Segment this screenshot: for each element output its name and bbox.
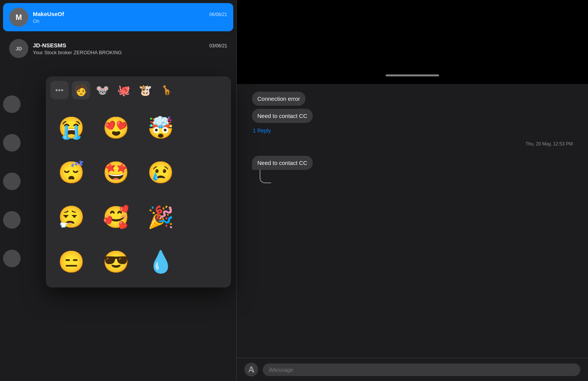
sticker-party[interactable]: 🎉	[140, 197, 182, 238]
chat-area: Connection error Need to contact CC 1 Re…	[237, 0, 588, 381]
sticker-tab-mouse[interactable]: 🐭	[93, 81, 111, 99]
sticker-tab-more[interactable]: •••	[50, 81, 69, 99]
sticker-tab-octopus[interactable]: 🐙	[115, 81, 133, 99]
side-avatar-3[interactable]	[3, 173, 21, 190]
sticker-sad-tear[interactable]: 😢	[140, 152, 182, 193]
app-store-icon: 𝔸	[249, 365, 254, 374]
side-avatar-1[interactable]	[3, 95, 21, 113]
conversation-item-makeuseof[interactable]: M MakeUseOf 06/06/21 Oh	[3, 3, 233, 31]
sticker-heart-eyes[interactable]: 😍	[95, 107, 137, 149]
conversation-content-jd: JD-NSESMS 03/06/21 Your Stock broker ZER…	[33, 42, 227, 55]
bubble-need-contact-cc: Need to contact CC	[252, 109, 313, 123]
conversation-name-makeuseof: MakeUseOf	[33, 11, 64, 17]
conversation-header-jd: JD-NSESMS 03/06/21	[33, 42, 227, 48]
sticker-picker: ••• 🧑 🐭 🐙 🐮 🦒 😭 😍 🤯 😴 🤩 😢	[46, 76, 231, 287]
sticker-grid: 😭 😍 🤯 😴 🤩 😢 😮‍💨 🥰 🎉 😑 😎 💧	[50, 107, 226, 283]
bubble-connection-error: Connection error	[252, 92, 305, 106]
conversation-date-makeuseof: 06/06/21	[209, 12, 227, 17]
sticker-droplet[interactable]: 💧	[140, 241, 182, 283]
conversation-item-jd[interactable]: JD JD-NSESMS 03/06/21 Your Stock broker …	[3, 34, 233, 63]
side-conversations	[3, 95, 21, 267]
thread-container: Need to contact CC	[252, 156, 573, 183]
top-bar-line	[386, 74, 439, 76]
sticker-shocked[interactable]: 🤯	[140, 107, 182, 149]
avatar-jd: JD	[9, 39, 28, 58]
sticker-expressionless[interactable]: 😑	[50, 241, 92, 283]
avatar-makeuseof: M	[9, 8, 28, 27]
side-avatar-5[interactable]	[3, 250, 21, 267]
conversation-header: MakeUseOf 06/06/21	[33, 11, 227, 17]
conversation-preview-makeuseof: Oh	[33, 18, 227, 24]
message-timestamp: Thu, 20 May, 12:53 PM	[252, 141, 573, 147]
thread-tail	[260, 170, 271, 183]
sticker-crying[interactable]: 😭	[50, 107, 92, 149]
sticker-star-eyes[interactable]: 🤩	[95, 152, 137, 193]
conversation-date-jd: 03/06/21	[209, 43, 227, 48]
sticker-tab-memoji-man[interactable]: 🧑	[72, 81, 90, 99]
sticker-cool[interactable]: 😎	[95, 241, 137, 283]
sticker-empty-3	[185, 197, 226, 238]
sticker-tabs: ••• 🧑 🐭 🐙 🐮 🦒	[50, 81, 226, 102]
app-store-button[interactable]: 𝔸	[244, 363, 258, 376]
chat-top	[237, 0, 588, 84]
reply-link[interactable]: 1 Reply	[253, 128, 573, 134]
messages-area: Connection error Need to contact CC 1 Re…	[237, 84, 588, 358]
side-avatar-4[interactable]	[3, 211, 21, 229]
conversation-content-makeuseof: MakeUseOf 06/06/21 Oh	[33, 11, 227, 24]
conversation-name-jd: JD-NSESMS	[33, 42, 66, 48]
sticker-sleeping[interactable]: 😴	[50, 152, 92, 193]
sticker-tab-giraffe[interactable]: 🦒	[157, 81, 176, 99]
sticker-exhale[interactable]: 😮‍💨	[50, 197, 92, 238]
sticker-empty-1	[185, 107, 226, 149]
message-input[interactable]	[263, 363, 580, 376]
sidebar: M MakeUseOf 06/06/21 Oh JD JD-NSESMS 03/…	[0, 0, 237, 381]
sticker-empty-2	[185, 152, 226, 193]
sticker-tab-cow[interactable]: 🐮	[136, 81, 154, 99]
conversation-preview-jd: Your Stock broker ZERODHA BROKING	[33, 50, 227, 55]
sticker-empty-4	[185, 241, 226, 283]
sticker-hearts[interactable]: 🥰	[95, 197, 137, 238]
input-bar: 𝔸	[237, 358, 588, 381]
bubble-thread-message: Need to contact CC	[252, 156, 313, 170]
side-avatar-2[interactable]	[3, 134, 21, 152]
